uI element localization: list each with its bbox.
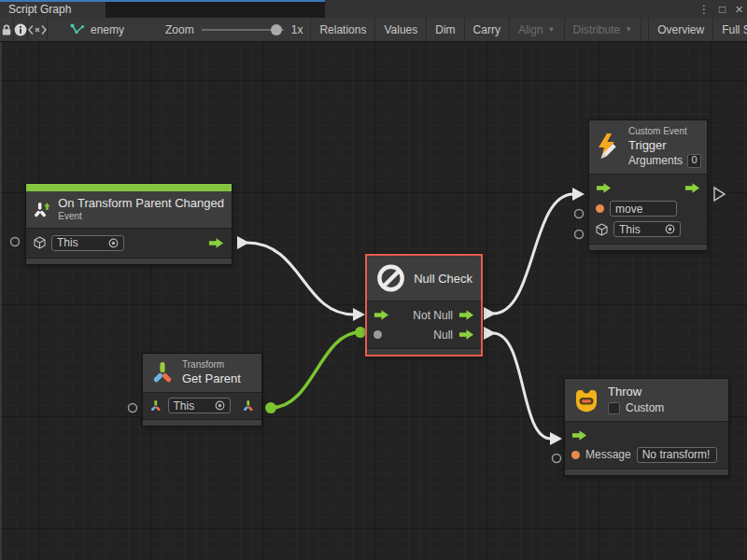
node-title: Trigger: [628, 138, 701, 153]
control-input-port[interactable]: [550, 432, 562, 445]
value-input-port[interactable]: [129, 404, 137, 413]
relations-button[interactable]: Relations: [311, 18, 375, 41]
graph-icon: [70, 23, 85, 35]
event-name-value: move: [615, 203, 642, 216]
menu-icon[interactable]: ⋮: [698, 3, 710, 16]
control-output-arrow-icon[interactable]: [684, 182, 700, 194]
value-input-port[interactable]: [11, 238, 20, 246]
custom-checkbox-label: Custom: [626, 401, 664, 415]
control-input-arrow-icon[interactable]: [596, 182, 612, 194]
value-input-port[interactable]: [575, 210, 584, 218]
arguments-label: Arguments: [628, 154, 683, 168]
overview-button[interactable]: Overview: [648, 18, 713, 41]
control-input-port[interactable]: [353, 308, 365, 321]
not-null-port-label: Not Null: [413, 309, 453, 322]
zoom-slider[interactable]: [202, 24, 284, 35]
carry-button[interactable]: Carry: [465, 18, 510, 41]
transform-icon: [150, 360, 175, 385]
maximize-icon[interactable]: □: [719, 3, 726, 16]
fullscreen-button[interactable]: Full Screen: [713, 18, 747, 41]
value-input-port[interactable]: [553, 455, 561, 463]
value-input-port[interactable]: [575, 231, 584, 239]
message-field[interactable]: No transform!: [637, 447, 717, 463]
transform-value-port[interactable]: [242, 399, 255, 413]
node-title: Throw: [608, 385, 664, 399]
unity-script-graph-window: Script Graph ⋮ □ ×: [0, 0, 747, 560]
custom-checkbox[interactable]: [608, 402, 620, 414]
node-get-parent[interactable]: Transform Get Parent This: [142, 353, 262, 427]
target-field[interactable]: This: [613, 221, 681, 237]
node-null-check[interactable]: Null Check Not Null Null: [365, 254, 483, 357]
align-dropdown[interactable]: Align ▼: [510, 18, 565, 41]
target-field[interactable]: This: [168, 398, 232, 413]
graph-name-label: enemy: [91, 23, 124, 36]
info-button[interactable]: [14, 18, 28, 41]
zoom-control: Zoom 1x: [158, 18, 311, 41]
node-title: On Transform Parent Changed: [58, 196, 224, 211]
node-title: Null Check: [414, 272, 472, 286]
control-output-port[interactable]: [484, 327, 496, 340]
value-input-port[interactable]: [374, 330, 382, 339]
transform-event-icon: [34, 197, 50, 221]
null-port-label: Null: [433, 329, 453, 342]
target-value: This: [174, 399, 195, 413]
edit-code-button[interactable]: [28, 18, 48, 41]
target-field[interactable]: This: [51, 235, 124, 251]
close-icon[interactable]: ×: [735, 1, 743, 17]
graph-breadcrumb[interactable]: enemy: [61, 18, 134, 41]
dim-button[interactable]: Dim: [427, 18, 464, 41]
cube-icon: [34, 236, 46, 249]
node-category: Custom Event: [628, 126, 701, 138]
lock-button[interactable]: [0, 18, 14, 41]
null-check-icon: [375, 262, 406, 294]
values-button[interactable]: Values: [375, 18, 427, 41]
chevron-down-icon: ▼: [548, 25, 556, 34]
string-value-port[interactable]: [571, 451, 580, 459]
cube-icon: [596, 223, 608, 236]
control-input-arrow-icon[interactable]: [571, 429, 587, 441]
string-value-port[interactable]: [596, 204, 604, 213]
event-color-bar: [26, 184, 232, 191]
wire-event-to-nullcheck: [247, 243, 354, 315]
graph-toolbar: enemy Zoom 1x Relations Values Dim Carry…: [0, 18, 747, 42]
wire-getparent-to-nullcheck: [271, 332, 360, 408]
event-name-field[interactable]: move: [610, 201, 677, 217]
custom-event-icon: [595, 133, 623, 161]
distribute-dropdown[interactable]: Distribute ▼: [565, 18, 642, 41]
target-value: This: [57, 236, 78, 249]
arguments-stepper[interactable]: 0: [687, 154, 701, 168]
control-input-arrow-icon[interactable]: [374, 309, 389, 321]
graph-canvas[interactable]: On Transform Parent Changed Event This: [0, 42, 747, 560]
object-picker-icon[interactable]: [215, 400, 225, 411]
align-label: Align: [518, 23, 543, 36]
message-port-label: Message: [585, 448, 631, 461]
zoom-label: Zoom: [165, 23, 194, 36]
node-subtitle: Event: [58, 211, 224, 223]
code-icon: [28, 24, 47, 35]
object-picker-icon[interactable]: [108, 238, 119, 248]
object-picker-icon[interactable]: [665, 224, 675, 234]
transform-value-port[interactable]: [149, 399, 162, 413]
control-output-port[interactable]: [484, 307, 496, 320]
wire-null-to-throw: [493, 333, 551, 439]
window-controls: ⋮ □ ×: [698, 0, 743, 18]
node-on-transform-parent-changed[interactable]: On Transform Parent Changed Event This: [25, 183, 233, 265]
message-value: No transform!: [642, 448, 711, 461]
control-output-arrow-icon[interactable]: [458, 309, 474, 321]
target-value: This: [619, 223, 641, 236]
wire-notnull-to-trigger: [493, 194, 573, 314]
zoom-slider-handle[interactable]: [271, 24, 282, 35]
node-throw[interactable]: Throw Custom Message No: [564, 378, 729, 476]
control-output-port[interactable]: [714, 188, 725, 201]
control-input-port[interactable]: [572, 188, 585, 201]
control-output-port[interactable]: [237, 236, 249, 249]
node-custom-event-trigger[interactable]: Custom Event Trigger Arguments 0: [588, 119, 708, 251]
node-category: Transform: [182, 359, 241, 371]
tab-script-graph[interactable]: Script Graph: [0, 2, 106, 18]
zoom-value: 1x: [291, 23, 303, 36]
value-output-port[interactable]: [265, 402, 276, 413]
control-output-arrow-icon[interactable]: [208, 237, 224, 249]
node-title: Get Parent: [182, 371, 241, 386]
control-output-arrow-icon[interactable]: [458, 329, 474, 341]
distribute-label: Distribute: [573, 23, 621, 36]
